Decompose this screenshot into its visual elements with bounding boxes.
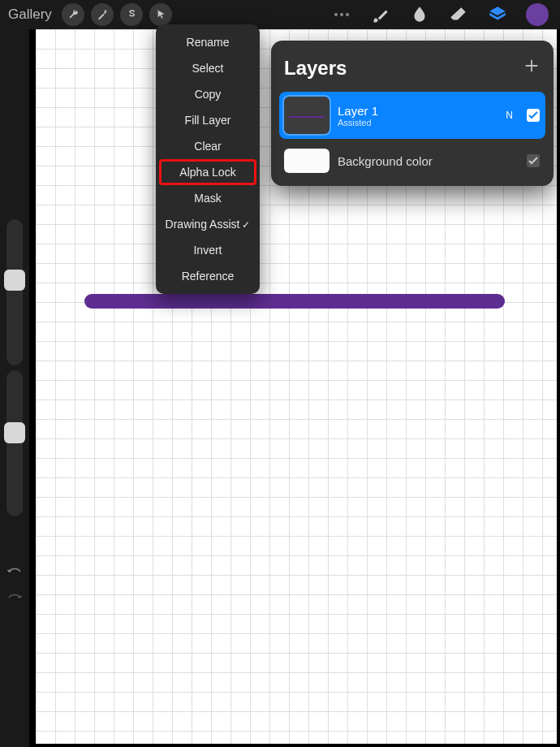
ctx-fill-layer[interactable]: Fill Layer [156,107,260,133]
ctx-copy[interactable]: Copy [156,81,260,107]
plus-icon [523,57,541,75]
brush-size-slider-track[interactable] [6,219,23,365]
layer-subtitle-label: Assisted [338,118,498,127]
layer-thumbnail [284,97,330,134]
undo-icon [6,564,23,574]
layer-info: Layer 1 Assisted [338,104,498,127]
left-sidebar [0,29,29,747]
ctx-drawing-assist[interactable]: Drawing Assist✓ [156,211,260,237]
top-right-tools [331,3,555,26]
layer-name-label: Layer 1 [338,104,498,118]
actions-wrench-button[interactable] [62,3,84,26]
wrench-icon [67,8,80,21]
cursor-arrow-icon [154,8,167,21]
checkbox-checked-icon [526,153,541,168]
layer-row-background[interactable]: Background color [279,144,545,178]
layer-visibility-checkbox[interactable] [526,108,541,123]
selection-s-icon [125,8,138,21]
ctx-rename[interactable]: Rename [156,29,260,55]
more-options-button[interactable] [331,4,352,25]
brush-size-slider-thumb[interactable] [4,270,25,291]
eraser-icon [448,4,469,25]
gallery-button[interactable]: Gallery [5,6,55,23]
drawn-stroke [84,294,505,309]
ctx-mask[interactable]: Mask [156,185,260,211]
ctx-select[interactable]: Select [156,55,260,81]
eraser-tool-button[interactable] [448,4,469,25]
layers-button[interactable] [487,4,508,25]
layer-name-label: Background color [338,154,518,168]
ctx-invert[interactable]: Invert [156,237,260,263]
redo-icon [6,590,23,600]
layers-panel: Layers Layer 1 Assisted N Background col… [271,41,554,186]
color-picker-button[interactable] [526,3,549,26]
layer-blend-mode-badge[interactable]: N [506,110,513,121]
opacity-slider-track[interactable] [6,370,23,516]
layer-thumbnail-content [289,116,325,118]
brush-tool-button[interactable] [370,4,391,25]
redo-button[interactable] [5,588,24,602]
ctx-reference[interactable]: Reference [156,263,260,289]
check-icon: ✓ [242,219,250,231]
layers-panel-header: Layers [279,52,545,92]
opacity-slider-thumb[interactable] [4,422,25,443]
top-toolbar: Gallery [0,0,560,29]
wand-icon [96,8,109,21]
layer-thumbnail-background [284,149,330,173]
layer-context-menu: Rename Select Copy Fill Layer Clear Alph… [156,24,260,294]
adjustments-wand-button[interactable] [91,3,114,26]
ctx-drawing-assist-label: Drawing Assist [166,218,240,231]
selection-tool-button[interactable] [120,3,143,26]
brush-icon [370,4,391,25]
transform-tool-button[interactable] [149,3,172,26]
layer-info: Background color [338,154,518,168]
ctx-clear[interactable]: Clear [156,133,260,159]
layer-visibility-checkbox[interactable] [526,153,541,168]
smudge-icon [409,4,430,25]
undo-button[interactable] [5,562,24,576]
smudge-tool-button[interactable] [409,4,430,25]
layers-icon [487,4,508,25]
add-layer-button[interactable] [523,55,541,80]
ctx-alpha-lock[interactable]: Alpha Lock [159,159,256,185]
layer-row-layer1[interactable]: Layer 1 Assisted N [279,92,545,139]
ellipsis-icon [334,13,349,16]
layers-panel-title: Layers [284,57,347,80]
checkbox-checked-icon [526,108,541,123]
